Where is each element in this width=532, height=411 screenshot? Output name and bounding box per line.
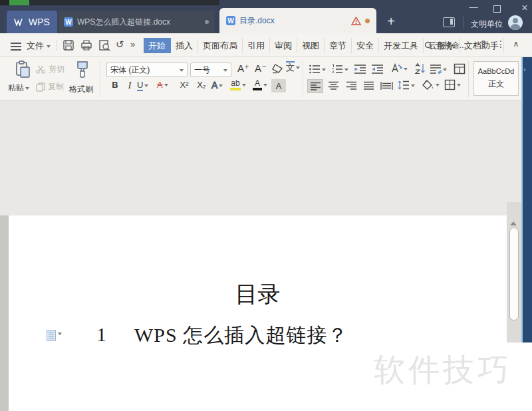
align-center-icon[interactable]	[328, 81, 339, 90]
superscript-button[interactable]: X²	[176, 80, 193, 94]
menu-tab-page-layout[interactable]: 页面布局	[198, 38, 243, 53]
style-preview-text: AaBbCcDd	[474, 67, 518, 75]
kebab-menu-icon[interactable]: ⋮	[496, 39, 505, 49]
highlight-color-bar	[230, 88, 241, 90]
unsaved-dot-icon	[365, 19, 370, 23]
shading-button[interactable]	[422, 79, 440, 90]
increase-indent-icon[interactable]	[371, 64, 384, 74]
print-icon[interactable]	[80, 39, 92, 51]
wps-doc-icon: W	[226, 16, 235, 25]
maximize-button[interactable]	[493, 5, 501, 13]
highlight-button[interactable]: ab	[230, 78, 246, 90]
borders-button[interactable]	[444, 79, 461, 90]
style-gallery-item[interactable]: AaBbCcDd 正文	[473, 61, 519, 96]
text-effects-button[interactable]: A	[211, 80, 223, 90]
align-right-icon[interactable]	[346, 81, 357, 90]
hamburger-menu-icon[interactable]	[11, 41, 21, 50]
menu-tab-insert[interactable]: 插入	[171, 38, 198, 53]
chevron-down-icon	[219, 84, 223, 89]
strikethrough-button[interactable]: A	[157, 80, 168, 90]
menu-tab-view[interactable]: 视图	[297, 38, 325, 53]
tab-document-2-active[interactable]: W 目录.docx	[219, 8, 376, 33]
chevron-down-icon	[443, 68, 447, 73]
help-button[interactable]: ?	[477, 39, 489, 49]
borders-icon	[444, 79, 456, 90]
shrink-font-button[interactable]: A⁻	[253, 63, 269, 77]
minimize-button[interactable]: —	[466, 3, 481, 15]
tab-document-1[interactable]: W WPS怎么插入超链接.docx	[59, 11, 214, 33]
font-name-select[interactable]: 宋体 (正文)	[106, 63, 188, 77]
font-size-select[interactable]: 一号	[190, 63, 231, 77]
titlebar: WPS W WPS怎么插入超链接.docx W 目录.docx + — × 文明…	[0, 5, 532, 33]
save-icon[interactable]	[63, 39, 74, 51]
tab-stops-icon[interactable]	[454, 63, 466, 74]
line-spacing-icon	[398, 80, 410, 90]
subscript-button[interactable]: X₂	[193, 80, 210, 94]
search-command-box[interactable]: 查找命...	[424, 40, 466, 51]
paste-button[interactable]: 粘贴	[8, 82, 29, 94]
search-icon	[424, 41, 433, 50]
tab-document-1-label: WPS怎么插入超链接.docx	[77, 17, 170, 28]
print-preview-icon[interactable]	[98, 39, 110, 51]
menu-tab-review[interactable]: 审阅	[270, 38, 297, 53]
menu-tab-section[interactable]: 章节	[325, 38, 352, 53]
bullet-list-button[interactable]	[309, 64, 326, 74]
menu-tab-references[interactable]: 引用	[243, 38, 270, 53]
align-left-button[interactable]	[307, 79, 323, 93]
paste-icon[interactable]	[15, 61, 32, 79]
undo-icon[interactable]: ↺	[116, 39, 124, 51]
decrease-indent-icon[interactable]	[354, 64, 366, 74]
chevron-down-icon	[47, 45, 51, 50]
underline-button[interactable]: U	[137, 80, 148, 91]
phonetic-guide-button[interactable]: 文	[286, 61, 300, 73]
distribute-icon[interactable]	[380, 81, 393, 90]
chevron-down-icon	[242, 84, 246, 88]
close-button[interactable]: ×	[518, 1, 531, 15]
grow-font-button[interactable]: A⁺	[235, 63, 251, 77]
scroll-up-icon[interactable]	[510, 218, 517, 225]
document-left-margin	[0, 215, 9, 411]
user-account-label[interactable]: 文明单位	[471, 19, 503, 30]
copy-button[interactable]: 复制	[36, 81, 64, 92]
toc-update-widget[interactable]	[47, 330, 62, 341]
avatar[interactable]	[508, 15, 523, 30]
paint-bucket-icon	[422, 79, 434, 90]
file-menu[interactable]: 文件	[27, 40, 51, 52]
bold-button[interactable]: B	[108, 80, 122, 94]
new-tab-button[interactable]: +	[382, 12, 400, 31]
justify-icon[interactable]	[363, 81, 374, 90]
vertical-scrollbar-thumb[interactable]	[509, 227, 519, 321]
menu-tab-home[interactable]: 开始	[144, 38, 171, 53]
sort-icon[interactable]	[414, 63, 426, 74]
format-painter-button[interactable]: 格式刷	[69, 84, 93, 95]
expand-panel-icon[interactable]: ›	[523, 65, 526, 73]
watermark-overlay: 软件技巧	[370, 342, 532, 411]
workspace-switch-icon[interactable]	[443, 17, 455, 27]
font-color-button[interactable]: A	[253, 78, 267, 90]
menu-tab-dev-tools[interactable]: 开发工具	[379, 38, 424, 53]
paragraph-layout-icon	[430, 64, 442, 74]
cut-button[interactable]: 剪切	[36, 64, 65, 75]
collapse-ribbon-icon[interactable]: ∧	[511, 39, 521, 49]
avatar-body	[510, 24, 521, 30]
avatar-head	[513, 18, 518, 23]
numbered-list-button[interactable]	[331, 64, 348, 74]
toc-entry-text: WPS 怎么插入超链接？	[134, 322, 348, 349]
chevron-down-icon	[344, 68, 348, 73]
paragraph-layout-button[interactable]	[430, 64, 447, 74]
char-shading-button[interactable]: A	[271, 79, 286, 92]
clear-format-icon[interactable]	[271, 63, 283, 74]
wps-home-button[interactable]: WPS	[7, 11, 57, 33]
menu-tab-security[interactable]: 安全	[352, 38, 379, 53]
text-direction-button[interactable]	[390, 63, 408, 74]
ribbon-separator	[100, 61, 100, 97]
format-painter-icon[interactable]	[74, 61, 90, 79]
chevron-down-icon	[164, 84, 168, 88]
titlebar-separator	[464, 17, 464, 28]
line-spacing-button[interactable]	[398, 80, 415, 90]
toc-document-icon	[47, 330, 56, 341]
text-direction-icon	[390, 63, 402, 74]
italic-button[interactable]: I	[124, 80, 136, 94]
more-commands-icon[interactable]: »	[130, 39, 135, 49]
chevron-down-icon	[180, 69, 184, 74]
